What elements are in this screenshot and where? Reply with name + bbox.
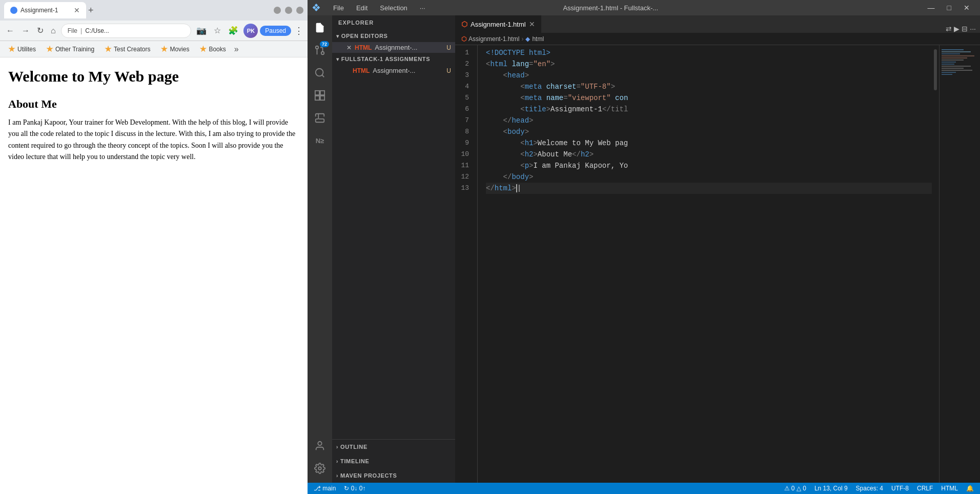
more-actions-button[interactable]: ··· bbox=[970, 25, 976, 33]
maven-chevron: › bbox=[336, 473, 338, 479]
line-num-11: 11 bbox=[455, 160, 473, 171]
settings-activity-icon[interactable] bbox=[310, 458, 330, 479]
line-num-13: 13 bbox=[455, 183, 473, 194]
project-label: FULLSTACK-1 ASSIGNMENTS bbox=[341, 56, 430, 62]
line-numbers: 1 2 3 4 5 6 7 8 9 10 11 12 13 bbox=[455, 45, 478, 483]
compare-button[interactable]: ⇄ bbox=[946, 25, 952, 33]
code-editor[interactable]: 1 2 3 4 5 6 7 8 9 10 11 12 13 bbox=[455, 45, 980, 483]
page-paragraph: I am Pankaj Kapoor, Your trainer for Web… bbox=[8, 117, 299, 163]
statusbar-spaces[interactable]: Spaces: 4 bbox=[854, 485, 885, 492]
code-line-1: <!DOCTYPE html> bbox=[486, 47, 932, 58]
editor-area: ⬡ Assignment-1.html ✕ ⇄ ▶ ⊟ ··· ⬡ Assign… bbox=[455, 15, 980, 483]
extensions-activity-icon[interactable] bbox=[310, 85, 330, 106]
breadcrumb-file[interactable]: Assignment-1.html bbox=[468, 35, 519, 43]
statusbar-notifications[interactable]: 🔔 bbox=[964, 485, 976, 492]
editor-scrollbar[interactable] bbox=[932, 45, 939, 483]
svg-point-0 bbox=[321, 52, 324, 55]
vscode-minimize-button[interactable]: — bbox=[922, 2, 941, 14]
statusbar-errors[interactable]: ⚠ 0 △ 0 bbox=[782, 485, 808, 492]
bookmark-movies[interactable]: Movies bbox=[156, 44, 193, 54]
statusbar-sync[interactable]: ↻ 0↓ 0↑ bbox=[342, 485, 368, 492]
menu-more[interactable]: ··· bbox=[416, 2, 430, 14]
minimize-button[interactable]: — bbox=[274, 7, 281, 14]
menu-edit[interactable]: Edit bbox=[352, 2, 372, 14]
statusbar-encoding[interactable]: UTF-8 bbox=[889, 485, 911, 492]
forward-button[interactable]: → bbox=[19, 24, 32, 37]
editor-tab-close-button[interactable]: ✕ bbox=[529, 20, 535, 28]
svg-point-10 bbox=[318, 467, 321, 470]
screenshot-button[interactable]: 📷 bbox=[194, 24, 209, 37]
profile-button[interactable]: PK Paused bbox=[243, 24, 291, 38]
menu-file[interactable]: File bbox=[329, 2, 348, 14]
address-file-label: File bbox=[68, 27, 77, 34]
outline-section[interactable]: › OUTLINE bbox=[332, 440, 455, 454]
bookmark-icon bbox=[160, 46, 168, 53]
run-button[interactable]: ▶ bbox=[954, 25, 959, 33]
bookmarks-more-button[interactable]: » bbox=[234, 45, 239, 54]
project-section[interactable]: ▾ FULLSTACK-1 ASSIGNMENTS bbox=[332, 53, 455, 65]
tab-html-file-icon: ⬡ bbox=[461, 20, 467, 28]
extensions-button[interactable]: 🧩 bbox=[226, 24, 240, 37]
close-button[interactable]: ✕ bbox=[296, 7, 303, 14]
vscode-maximize-button[interactable]: □ bbox=[941, 2, 957, 14]
line-num-2: 2 bbox=[455, 58, 473, 70]
back-button[interactable]: ← bbox=[4, 24, 16, 37]
bookmark-button[interactable]: ☆ bbox=[212, 24, 223, 37]
vscode-logo-icon: ❖ bbox=[312, 2, 321, 14]
code-line-9: <h1>Welcome to My Web pag bbox=[486, 137, 932, 149]
tab-close-button[interactable]: ✕ bbox=[74, 6, 80, 14]
line-num-3: 3 bbox=[455, 70, 473, 81]
code-line-7: </head> bbox=[486, 115, 932, 126]
window-controls: — □ ✕ bbox=[274, 7, 303, 14]
reload-button[interactable]: ↻ bbox=[35, 24, 46, 37]
bookmark-test-creators[interactable]: Test Creators bbox=[100, 44, 154, 54]
explorer-activity-icon[interactable] bbox=[310, 17, 330, 38]
code-content[interactable]: <!DOCTYPE html> <html lang="en"> <head> … bbox=[478, 45, 932, 483]
source-control-badge: 72 bbox=[320, 41, 329, 47]
project-file-modified: U bbox=[446, 67, 451, 74]
open-editor-file-item[interactable]: ✕ HTML Assignment-... U bbox=[332, 42, 455, 53]
search-activity-icon[interactable] bbox=[310, 63, 330, 83]
svg-point-3 bbox=[316, 69, 323, 76]
open-editors-label: Open Editors bbox=[341, 33, 388, 39]
breadcrumb-tag[interactable]: html bbox=[532, 35, 544, 43]
split-editor-button[interactable]: ⊟ bbox=[962, 25, 968, 33]
source-control-activity-icon[interactable]: 72 bbox=[310, 40, 330, 61]
profile-avatar: PK bbox=[243, 24, 258, 38]
browser-tab[interactable]: Assignment-1 ✕ bbox=[4, 2, 86, 18]
browser-menu-button[interactable]: ⋮ bbox=[294, 25, 303, 36]
bookmark-books-label: Books bbox=[209, 46, 226, 53]
statusbar-cursor[interactable]: Ln 13, Col 9 bbox=[812, 485, 850, 492]
statusbar-crlf[interactable]: CRLF bbox=[915, 485, 935, 492]
bookmark-books[interactable]: Books bbox=[195, 44, 230, 54]
bookmark-icon bbox=[199, 46, 207, 53]
menu-selection[interactable]: Selection bbox=[376, 2, 411, 14]
address-bar[interactable]: File | C:/Use... bbox=[61, 24, 192, 38]
open-editors-section[interactable]: ▾ Open Editors bbox=[332, 30, 455, 42]
vscode-close-button[interactable]: ✕ bbox=[957, 2, 976, 14]
statusbar-branch[interactable]: ⎇ main bbox=[312, 485, 338, 492]
maximize-button[interactable]: □ bbox=[285, 7, 292, 14]
new-tab-button[interactable]: + bbox=[88, 5, 94, 16]
test-activity-icon[interactable] bbox=[310, 108, 330, 128]
line-num-6: 6 bbox=[455, 104, 473, 115]
timeline-section[interactable]: › TIMELINE bbox=[332, 454, 455, 468]
code-line-5: <meta name="viewport" con bbox=[486, 92, 932, 104]
code-line-2: <html lang="en"> bbox=[486, 58, 932, 70]
project-file-item[interactable]: HTML Assignment-... U bbox=[332, 65, 455, 76]
n2-activity-icon[interactable]: N≥ bbox=[310, 130, 330, 151]
scrollbar-thumb[interactable] bbox=[934, 49, 937, 90]
bookmark-other-training[interactable]: Other Training bbox=[42, 44, 98, 54]
editor-tab-assignment[interactable]: ⬡ Assignment-1.html ✕ bbox=[455, 15, 541, 33]
account-activity-icon[interactable] bbox=[310, 436, 330, 456]
editor-tab-name: Assignment-1.html bbox=[471, 21, 526, 28]
bookmark-utilites[interactable]: Utilites bbox=[4, 44, 40, 54]
code-line-6: <title>Assignment-1</titl bbox=[486, 104, 932, 115]
page-subheading: About Me bbox=[8, 97, 299, 111]
maven-section[interactable]: › MAVEN PROJECTS bbox=[332, 468, 455, 483]
close-file-icon[interactable]: ✕ bbox=[346, 44, 352, 51]
statusbar-language[interactable]: HTML bbox=[939, 485, 960, 492]
timeline-label: TIMELINE bbox=[340, 458, 370, 464]
home-button[interactable]: ⌂ bbox=[49, 24, 58, 37]
vscode-statusbar: ⎇ main ↻ 0↓ 0↑ ⚠ 0 △ 0 Ln 13, Col 9 Spac… bbox=[308, 483, 980, 494]
